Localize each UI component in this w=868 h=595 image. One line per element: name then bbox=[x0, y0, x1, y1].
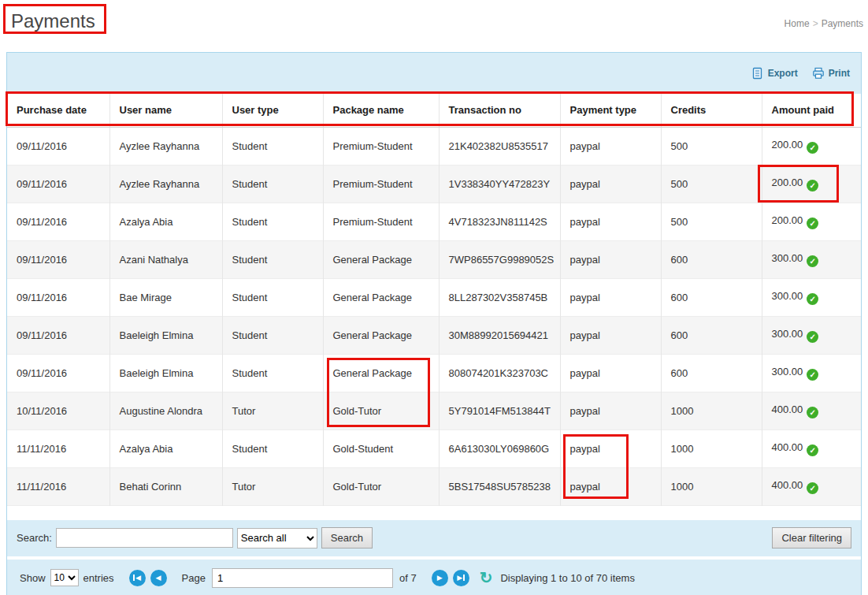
cell-credits: 600 bbox=[661, 240, 762, 278]
cell-amount-paid: 200.00✓ bbox=[762, 165, 861, 203]
cell-amount-paid: 300.00✓ bbox=[762, 240, 861, 278]
cell-amount-paid: 400.00✓ bbox=[762, 430, 861, 467]
success-check-icon: ✓ bbox=[807, 407, 818, 418]
cell-package-name: Gold-Tutor bbox=[323, 467, 439, 505]
cell-purchase-date: 09/11/2016 bbox=[7, 278, 109, 316]
clear-filtering-button[interactable]: Clear filtering bbox=[772, 527, 851, 549]
success-check-icon: ✓ bbox=[807, 180, 818, 192]
breadcrumb: Home>Payments bbox=[785, 18, 863, 29]
entries-label: entries bbox=[83, 572, 114, 584]
cell-purchase-date: 09/11/2016 bbox=[7, 127, 109, 165]
last-page-icon: ▶ bbox=[457, 574, 462, 582]
cell-package-name: Premium-Student bbox=[323, 127, 439, 165]
prev-page-button[interactable]: ◀ bbox=[150, 570, 167, 586]
cell-transaction-no: 8LL287302V358745B bbox=[439, 278, 560, 316]
table-row: 10/11/2016Augustine AlondraTutorGold-Tut… bbox=[7, 392, 861, 430]
table-row: 11/11/2016Azalya AbiaStudentGold-Student… bbox=[7, 430, 861, 467]
cell-payment-type: paypal bbox=[560, 316, 661, 354]
cell-purchase-date: 11/11/2016 bbox=[7, 467, 109, 505]
payments-grid: Export Print Purchase dateUser nam bbox=[6, 52, 862, 595]
cell-payment-type: paypal bbox=[560, 430, 661, 467]
page-label: Page bbox=[182, 572, 206, 584]
search-filter-select[interactable]: Search all bbox=[237, 528, 317, 549]
amount-value: 200.00 bbox=[772, 139, 803, 151]
cell-user-name: Behati Corinn bbox=[109, 467, 222, 505]
table-body: 09/11/2016Ayzlee RayhannaStudentPremium-… bbox=[7, 127, 861, 505]
cell-amount-paid: 200.00✓ bbox=[762, 203, 861, 240]
payments-page: Payments Home>Payments Export bbox=[0, 0, 868, 595]
page-number-input[interactable] bbox=[212, 568, 393, 588]
column-header[interactable]: Payment type bbox=[560, 94, 661, 127]
cell-payment-type: paypal bbox=[560, 354, 661, 392]
cell-user-name: Augustine Alondra bbox=[109, 392, 222, 430]
next-page-button[interactable]: ▶ bbox=[432, 570, 448, 586]
amount-value: 300.00 bbox=[772, 290, 803, 302]
first-page-button[interactable]: ◀ bbox=[129, 570, 146, 586]
cell-transaction-no: 21K402382U8535517 bbox=[439, 127, 560, 165]
displaying-status: Displaying 1 to 10 of 70 items bbox=[500, 572, 635, 584]
search-input[interactable] bbox=[56, 528, 233, 548]
cell-purchase-date: 10/11/2016 bbox=[7, 392, 109, 430]
cell-package-name: Premium-Student bbox=[323, 203, 439, 240]
cell-credits: 600 bbox=[661, 354, 762, 392]
cell-credits: 1000 bbox=[661, 467, 762, 505]
grid-toolbar: Export Print bbox=[7, 53, 861, 94]
breadcrumb-home-link[interactable]: Home bbox=[785, 18, 810, 29]
column-header[interactable]: Purchase date bbox=[7, 94, 109, 127]
page-title: Payments bbox=[11, 10, 95, 32]
cell-user-name: Ayzlee Rayhanna bbox=[109, 127, 222, 165]
breadcrumb-current: Payments bbox=[822, 18, 863, 29]
column-header[interactable]: Transaction no bbox=[439, 94, 560, 127]
print-label: Print bbox=[829, 68, 850, 79]
payments-table: Purchase dateUser nameUser typePackage n… bbox=[7, 94, 861, 506]
success-check-icon: ✓ bbox=[807, 142, 818, 154]
table-row: 09/11/2016Azani NathalyaStudentGeneral P… bbox=[7, 240, 861, 278]
table-row: 09/11/2016Ayzlee RayhannaStudentPremium-… bbox=[7, 165, 861, 203]
prev-page-icon: ◀ bbox=[156, 574, 161, 582]
cell-amount-paid: 400.00✓ bbox=[762, 467, 861, 505]
cell-amount-paid: 300.00✓ bbox=[762, 316, 861, 354]
cell-user-name: Azalya Abia bbox=[109, 203, 222, 240]
cell-amount-paid: 300.00✓ bbox=[762, 354, 861, 392]
cell-payment-type: paypal bbox=[560, 278, 661, 316]
export-button[interactable]: Export bbox=[751, 67, 798, 80]
cell-user-type: Student bbox=[222, 278, 323, 316]
search-label: Search: bbox=[17, 532, 52, 544]
show-entries-select[interactable]: 10 bbox=[50, 569, 79, 586]
table-row: 09/11/2016Baeleigh ElminaStudentGeneral … bbox=[7, 316, 861, 354]
refresh-button[interactable]: ↻ bbox=[480, 568, 493, 587]
first-page-bar bbox=[133, 575, 135, 581]
page-count-label: of 7 bbox=[399, 572, 417, 584]
print-button[interactable]: Print bbox=[812, 67, 850, 80]
last-page-button[interactable]: ▶ bbox=[453, 570, 469, 586]
column-header[interactable]: Credits bbox=[661, 94, 762, 127]
amount-value: 300.00 bbox=[772, 252, 803, 264]
cell-transaction-no: 6A613030LY069860G bbox=[439, 430, 560, 467]
column-header[interactable]: User type bbox=[222, 94, 323, 127]
table-bottom-gap bbox=[7, 506, 861, 520]
cell-payment-type: paypal bbox=[560, 240, 661, 278]
cell-transaction-no: 5Y791014FM513844T bbox=[439, 392, 560, 430]
column-header[interactable]: User name bbox=[109, 94, 222, 127]
search-button[interactable]: Search bbox=[321, 527, 373, 549]
cell-user-type: Student bbox=[222, 316, 323, 354]
success-check-icon: ✓ bbox=[807, 482, 818, 494]
success-check-icon: ✓ bbox=[807, 444, 818, 456]
export-icon bbox=[751, 67, 764, 80]
column-header[interactable]: Amount paid bbox=[762, 94, 861, 127]
cell-purchase-date: 09/11/2016 bbox=[7, 240, 109, 278]
success-check-icon: ✓ bbox=[807, 218, 818, 229]
cell-user-type: Student bbox=[222, 165, 323, 203]
cell-credits: 500 bbox=[661, 203, 762, 240]
table-row: 09/11/2016Azalya AbiaStudentPremium-Stud… bbox=[7, 203, 861, 240]
cell-user-type: Student bbox=[222, 430, 323, 467]
table-row: 09/11/2016Baeleigh ElminaStudentGeneral … bbox=[7, 354, 861, 392]
cell-credits: 1000 bbox=[661, 392, 762, 430]
cell-user-name: Azani Nathalya bbox=[109, 240, 222, 278]
pagination-bar: Show 10 entries ◀ ◀ Page of 7 ▶ ▶ ↻ bbox=[7, 560, 861, 595]
cell-package-name: General Package bbox=[323, 278, 439, 316]
cell-payment-type: paypal bbox=[560, 127, 661, 165]
amount-value: 400.00 bbox=[772, 403, 803, 415]
column-header[interactable]: Package name bbox=[323, 94, 439, 127]
success-check-icon: ✓ bbox=[807, 331, 818, 343]
